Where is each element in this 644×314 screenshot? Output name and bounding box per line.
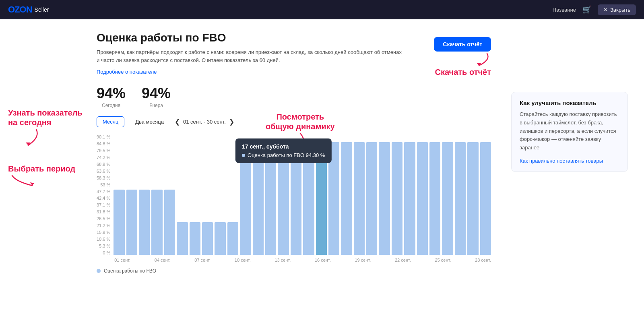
download-area: Скачать отчёт Скачать отчёт [434, 35, 491, 77]
chart-area: 17 сент., суббота Оценка работы по FBO 9… [114, 134, 491, 262]
today-label: Сегодня [102, 103, 120, 108]
header: OZON Seller Название 🛒 ✕ Закрыть [0, 0, 644, 19]
date-nav: ❮ 01 сент. - 30 сент. ❯ [175, 118, 234, 126]
x-axis-label: 28 сент. [475, 258, 491, 262]
y-axis-label: 37.1 % [97, 202, 110, 207]
chart-bar[interactable] [480, 142, 491, 255]
x-axis-label: 04 сент. [155, 258, 171, 262]
chart-section: 90.1 %84.8 %79.5 %74.2 %68.9 %63.6 %58.3… [97, 134, 491, 274]
chart-bar[interactable] [177, 222, 188, 255]
chart-bar[interactable] [467, 142, 478, 255]
x-axis-label: 01 сент. [114, 258, 130, 262]
y-axis-label: 79.5 % [97, 148, 110, 153]
chart-bar[interactable] [126, 190, 137, 255]
y-axis-label: 31.8 % [97, 209, 110, 214]
close-icon: ✕ [603, 7, 608, 13]
chart-bar[interactable] [328, 142, 339, 255]
chart-bar[interactable] [417, 142, 428, 255]
chart-bar[interactable] [392, 142, 402, 255]
panel-text: Старайтесь каждую поставку привозить в в… [520, 110, 619, 152]
right-panel: Как улучшить показатель Старайтесь кажду… [511, 92, 628, 172]
bars-container[interactable] [114, 134, 491, 255]
panel-link[interactable]: Как правильно поставлять товары [520, 158, 603, 164]
top-section: Оценка работы по FBO Проверяем, как парт… [16, 31, 628, 77]
x-axis-label: 07 сент. [194, 258, 211, 262]
month-button[interactable]: Месяц [97, 116, 124, 127]
chart-bar[interactable] [202, 222, 213, 255]
ozon-logo: OZON [8, 4, 32, 15]
chart-bar[interactable] [354, 142, 365, 255]
header-left: OZON Seller [8, 4, 49, 15]
two-months-button[interactable]: Два месяца [129, 116, 170, 127]
y-axis-label: 90.1 % [97, 134, 110, 139]
y-axis-label: 10.6 % [97, 237, 110, 242]
chart-bar[interactable] [366, 142, 377, 255]
y-axis-label: 0 % [103, 250, 110, 255]
legend-dot-icon [97, 269, 101, 273]
page-title: Оценка работы по FBO [97, 31, 402, 44]
y-axis-label: 74.2 % [97, 155, 110, 160]
x-axis-label: 16 сент. [315, 258, 331, 262]
chart-bar[interactable] [240, 142, 251, 255]
y-axis-label: 47.7 % [97, 189, 110, 194]
x-axis-label: 19 сент. [355, 258, 371, 262]
chart-bar[interactable] [429, 142, 440, 255]
arrow-today-icon [8, 127, 40, 147]
arrow-download-icon [455, 52, 491, 68]
arrow-period-icon [8, 174, 48, 190]
chart-bar[interactable] [139, 190, 150, 255]
chart-bar[interactable] [291, 142, 301, 255]
legend-label: Оценка работы по FBO [104, 268, 156, 274]
chart-bar[interactable] [341, 142, 352, 255]
yesterday-label: Вчера [149, 103, 163, 108]
chart-bar[interactable] [227, 222, 238, 255]
annotation-download: Скачать отчёт [435, 68, 491, 77]
stat-today: 94% Сегодня [97, 85, 126, 108]
y-axis-label: 15.9 % [97, 230, 110, 235]
chart-bar[interactable] [455, 142, 466, 255]
chart-bar[interactable] [303, 142, 314, 255]
yesterday-value: 94% [142, 85, 171, 102]
y-axis-label: 26.5 % [97, 216, 110, 221]
y-axis-label: 68.9 % [97, 162, 110, 167]
chart-bar[interactable] [190, 222, 200, 255]
next-date-button[interactable]: ❯ [229, 118, 234, 126]
chart-bar[interactable] [151, 190, 162, 255]
chart-bar[interactable] [253, 142, 264, 255]
chart-bar[interactable] [379, 142, 390, 255]
description: Проверяем, как партнёры подходят к работ… [97, 48, 402, 64]
annotation-period: Выбрать период [8, 164, 75, 192]
main-content: Узнать показатель на сегодня Оценка рабо… [0, 19, 644, 314]
y-axis-label: 21.2 % [97, 223, 110, 228]
annotation-today: Узнать показатель на сегодня [8, 108, 83, 147]
y-axis-label: 42.4 % [97, 196, 110, 200]
chart-bar[interactable] [404, 142, 415, 255]
seller-label: Seller [35, 6, 49, 13]
learn-more-link[interactable]: Подробнее о показателе [97, 69, 157, 75]
close-button[interactable]: ✕ Закрыть [598, 4, 636, 15]
download-button[interactable]: Скачать отчёт [434, 37, 491, 52]
chart-bar[interactable] [114, 190, 124, 255]
y-axis-label: 63.6 % [97, 169, 110, 174]
chart-bar[interactable] [215, 222, 225, 255]
chart-bar[interactable] [265, 142, 276, 255]
cart-icon[interactable]: 🛒 [582, 5, 591, 14]
chart-container: 90.1 %84.8 %79.5 %74.2 %68.9 %63.6 %58.3… [97, 134, 491, 262]
header-right: Название 🛒 ✕ Закрыть [553, 4, 636, 15]
prev-date-button[interactable]: ❮ [175, 118, 180, 126]
x-axis-label: 13 сент. [275, 258, 291, 262]
y-axis: 90.1 %84.8 %79.5 %74.2 %68.9 %63.6 %58.3… [97, 134, 114, 255]
chart-legend: Оценка работы по FBO [97, 268, 491, 274]
y-axis-label: 53 % [100, 182, 110, 187]
date-range: 01 сент. - 30 сент. [183, 119, 226, 125]
x-axis-label: 25 сент. [435, 258, 451, 262]
title-area: Оценка работы по FBO Проверяем, как парт… [97, 31, 402, 75]
chart-bar[interactable] [278, 142, 289, 255]
x-axis-label: 22 сент. [395, 258, 411, 262]
chart-bar[interactable] [164, 190, 175, 255]
chart-bar[interactable] [442, 142, 453, 255]
close-label: Закрыть [610, 7, 630, 13]
panel-title: Как улучшить показатель [520, 99, 619, 106]
today-value: 94% [97, 85, 126, 102]
chart-bar[interactable] [316, 142, 327, 255]
